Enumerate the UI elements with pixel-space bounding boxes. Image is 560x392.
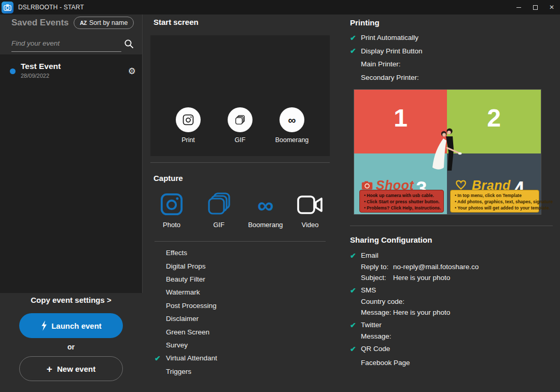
capture-mode-label: Video xyxy=(301,221,318,229)
start-screen-heading: Start screen xyxy=(153,18,199,26)
event-search-row xyxy=(11,36,134,54)
new-event-label: New event xyxy=(57,365,95,373)
event-summary-column: Start screen Print GIF ∞ Boomerang xyxy=(143,15,343,392)
copy-event-settings-link[interactable]: Copy event settings > xyxy=(0,296,142,304)
capture-mode-label: GIF xyxy=(213,221,225,229)
sharing-item-twitter: ✔Twitter xyxy=(342,319,560,331)
sharing-settings: ✔Email Reply to:no-reply@mail.fotoshare.… xyxy=(342,249,560,369)
sidebar-actions: Copy event settings > Launch event or + … xyxy=(0,293,142,392)
capture-features-list: Effects Digital Props Beauty Filter Wate… xyxy=(143,246,343,378)
sharing-configuration-heading: Sharing Configuration xyxy=(350,235,432,244)
sort-button-label: Sort by name xyxy=(89,19,128,26)
preview-button-label: Boomerang xyxy=(275,136,309,144)
infinity-icon: ∞ xyxy=(279,107,304,132)
search-icon[interactable] xyxy=(124,39,134,49)
window-title: DSLRBOOTH - START xyxy=(18,4,84,11)
capture-mode-video[interactable]: Video xyxy=(289,191,331,229)
minimize-icon xyxy=(516,7,521,8)
sort-az-icon: AZ xyxy=(80,20,87,26)
sort-by-name-button[interactable]: AZ Sort by name xyxy=(74,17,134,29)
saved-events-heading: Saved Events xyxy=(11,18,69,28)
email-subject: Subject:Here is your photo xyxy=(342,272,560,283)
event-list-item[interactable]: Test Event 28/09/2022 ⚙ xyxy=(0,54,142,83)
sharing-item-qr-code: ✔QR Code xyxy=(342,343,560,355)
event-status-dot-icon xyxy=(10,68,16,74)
new-event-button[interactable]: + New event xyxy=(19,356,123,381)
camera-icon xyxy=(160,191,183,216)
feature-item-virtual-attendant[interactable]: ✔Virtual Attendant xyxy=(143,352,343,365)
printing-item-main-printer: Main Printer: xyxy=(342,58,560,71)
feature-item-watermark[interactable]: Watermark xyxy=(143,286,343,299)
check-icon: ✔ xyxy=(350,47,361,55)
camera-icon xyxy=(361,181,373,190)
preview-button-label: GIF xyxy=(235,136,246,144)
check-icon: ✔ xyxy=(350,251,361,260)
capture-mode-boomerang[interactable]: ∞ Boomerang xyxy=(245,191,286,229)
capture-modes: Photo GIF ∞ Boomerang Video xyxy=(143,191,343,248)
brand-instructions: In top menu, click on Template Add photo… xyxy=(450,190,539,213)
plus-icon: + xyxy=(47,364,52,374)
app-logo-icon xyxy=(2,2,13,13)
preview-button-label: Print xyxy=(181,136,195,144)
print-template-preview: 1 2 Shoot 3 Hook up camera with usb cabl… xyxy=(354,90,541,214)
event-date: 28/09/2022 xyxy=(21,73,135,79)
minimize-button[interactable] xyxy=(510,0,527,15)
divider xyxy=(150,162,330,163)
launch-event-button[interactable]: Launch event xyxy=(19,313,123,338)
lightning-bolt-icon xyxy=(40,320,47,331)
sms-message: Message:Here is your photo xyxy=(342,307,560,318)
capture-mode-gif[interactable]: GIF xyxy=(198,191,240,229)
printing-item-display-print-button: ✔Display Print Button xyxy=(342,45,560,58)
title-bar[interactable]: DSLRBOOTH - START ✕ xyxy=(0,0,560,15)
feature-item-disclaimer[interactable]: Disclaimer xyxy=(143,312,343,325)
divider xyxy=(155,241,326,242)
maximize-button[interactable] xyxy=(527,0,543,15)
preview-gif-button: GIF xyxy=(221,107,259,144)
twitter-message: Message: xyxy=(342,331,560,342)
or-text: or xyxy=(0,343,142,351)
printing-heading: Printing xyxy=(350,18,380,27)
feature-item-beauty-filter[interactable]: Beauty Filter xyxy=(143,273,343,286)
capture-mode-label: Boomerang xyxy=(248,221,283,229)
feature-item-post-processing[interactable]: Post Processing xyxy=(143,299,343,312)
sharing-item-sms: ✔SMS xyxy=(342,284,560,296)
stacked-photos-icon xyxy=(228,107,253,132)
sidebar-header-area: Saved Events AZ Sort by name xyxy=(0,15,142,54)
feature-item-effects[interactable]: Effects xyxy=(143,246,343,259)
printing-item-print-automatically: ✔Print Automatically xyxy=(342,31,560,45)
check-icon: ✔ xyxy=(350,321,361,329)
check-icon: ✔ xyxy=(155,354,166,362)
sms-country-code: Country code: xyxy=(342,296,560,307)
feature-item-survey[interactable]: Survey xyxy=(143,339,343,352)
preview-print-button: Print xyxy=(169,107,207,144)
window-controls: ✕ xyxy=(510,0,560,15)
close-icon: ✕ xyxy=(549,4,554,11)
sharing-item-email: ✔Email xyxy=(342,249,560,261)
wedding-couple-illustration xyxy=(430,127,464,172)
feature-item-green-screen[interactable]: Green Screen xyxy=(143,325,343,338)
check-icon: ✔ xyxy=(350,286,361,295)
launch-event-label: Launch event xyxy=(51,321,102,330)
event-name: Test Event xyxy=(21,62,135,71)
divider xyxy=(350,226,553,226)
close-button[interactable]: ✕ xyxy=(543,0,560,15)
feature-item-digital-props[interactable]: Digital Props xyxy=(143,259,343,272)
shoot-instructions: Hook up camera with usb cable. Click Sta… xyxy=(359,190,444,213)
infinity-icon: ∞ xyxy=(257,191,273,216)
preview-boomerang-button: ∞ Boomerang xyxy=(273,107,311,144)
maximize-icon xyxy=(533,5,538,10)
check-icon: ✔ xyxy=(350,345,361,353)
gear-icon[interactable]: ⚙ xyxy=(128,67,136,76)
start-screen-preview: Print GIF ∞ Boomerang xyxy=(150,35,330,156)
email-reply-to: Reply to:no-reply@mail.fotoshare.co xyxy=(342,261,560,272)
capture-mode-label: Photo xyxy=(163,221,180,229)
feature-item-triggers[interactable]: Triggers xyxy=(143,365,343,378)
camera-icon xyxy=(176,107,201,132)
sharing-item-facebook-page: Facebook Page xyxy=(342,357,560,369)
capture-heading: Capture xyxy=(153,174,183,183)
printing-settings: ✔Print Automatically ✔Display Print Butt… xyxy=(342,31,560,84)
check-icon: ✔ xyxy=(350,34,361,42)
stacked-photos-icon xyxy=(207,191,231,216)
capture-mode-photo[interactable]: Photo xyxy=(151,191,192,229)
search-input[interactable] xyxy=(11,36,121,52)
